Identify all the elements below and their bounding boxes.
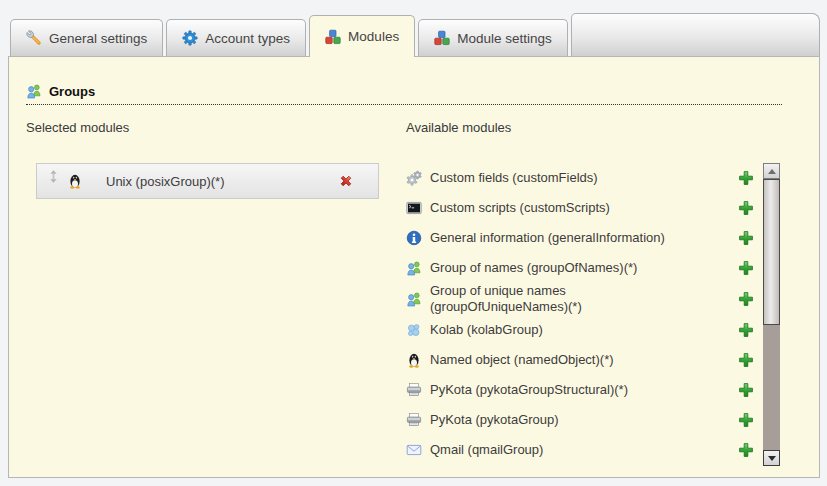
available-module-name: Qmail (qmailGroup) [430,442,543,458]
gear-icon [182,30,198,46]
triangle-down-icon [768,456,776,461]
printer-icon [406,382,422,398]
available-module-row: Custom fields (customFields) [406,163,755,193]
available-module-name: PyKota (pykotaGroupStructural)(*) [430,382,628,398]
available-modules-column: Available modules Custom fields (customF… [406,120,802,466]
tab-module-settings[interactable]: Module settings [418,19,568,56]
tab-bar: General settings Account types Modules M… [8,12,820,56]
available-module-name: PyKota (pykotaGroup) [430,412,559,428]
available-module-row: Qmail (qmailGroup) [406,435,755,465]
add-module-icon[interactable] [738,291,754,307]
available-module-row: Kolab (kolabGroup) [406,315,755,345]
add-module-icon[interactable] [738,260,754,276]
terminal-icon [406,200,422,216]
tab-account-types[interactable]: Account types [166,19,306,56]
add-module-icon[interactable] [738,382,754,398]
available-module-name: Group of names (groupOfNames)(*) [430,260,637,276]
groups-section-header: Groups [26,83,782,105]
section-title: Groups [49,84,95,99]
tux-icon [67,173,83,189]
available-modules-body: Custom fields (customFields) Custom scri… [406,163,802,466]
add-module-icon[interactable] [738,412,754,428]
add-module-icon[interactable] [738,442,754,458]
add-module-icon[interactable] [738,230,754,246]
selected-modules-column: Selected modules Unix (posixGroup)(*) [26,120,396,466]
printer-icon [406,412,422,428]
modules-icon [325,29,341,45]
scrollbar-track[interactable] [763,179,780,450]
kolab-icon [406,322,422,338]
available-module-name: Custom fields (customFields) [430,170,598,186]
wrench-icon [26,30,42,46]
tux-icon [406,352,422,368]
available-module-row: PyKota (pykotaGroup) [406,405,755,435]
selected-module-name: Unix (posixGroup)(*) [106,174,329,189]
available-module-name: Custom scripts (customScripts) [430,200,610,216]
add-module-icon[interactable] [738,170,754,186]
tab-label: Module settings [457,31,552,46]
modules-icon [434,30,450,46]
scrollbar-thumb[interactable] [763,179,780,325]
available-module-row: PyKota (pykotaGroupStructural)(*) [406,375,755,405]
available-modules-list: Custom fields (customFields) Custom scri… [406,163,755,466]
selected-modules-list: Unix (posixGroup)(*) [36,163,396,199]
available-module-name: Kolab (kolabGroup) [430,322,543,338]
envelope-icon [406,442,422,458]
drag-handle-icon[interactable] [49,169,58,184]
tab-label: General settings [49,31,147,46]
modules-tab-content: Groups Selected modules Unix (posixGroup… [8,56,820,478]
scrollbar-down-button[interactable] [763,450,780,466]
add-module-icon[interactable] [738,200,754,216]
tab-bar-filler [571,13,820,56]
groups-icon [406,291,422,307]
gears-icon [406,170,422,186]
groups-icon [406,260,422,276]
triangle-up-icon [768,169,776,174]
available-module-name: General information (generalInformation) [430,230,665,246]
scrollbar-up-button[interactable] [763,163,780,179]
lam-configuration-page: General settings Account types Modules M… [0,0,827,486]
available-module-row: Group of unique names (groupOfUniqueName… [406,283,755,315]
available-modules-scrollbar [763,163,780,466]
tab-general-settings[interactable]: General settings [10,19,163,56]
module-columns: Selected modules Unix (posixGroup)(*) Av… [9,120,819,466]
available-module-row: Custom scripts (customScripts) [406,193,755,223]
add-module-icon[interactable] [738,322,754,338]
available-module-row: General information (generalInformation) [406,223,755,253]
tab-modules[interactable]: Modules [309,15,415,57]
available-module-name: Group of unique names (groupOfUniqueName… [430,283,655,315]
delete-icon[interactable] [338,173,354,189]
config-panel: General settings Account types Modules M… [8,12,820,478]
available-modules-label: Available modules [406,120,802,135]
tab-label: Modules [348,29,399,44]
info-icon [406,230,422,246]
tab-label: Account types [205,31,290,46]
selected-modules-label: Selected modules [26,120,396,135]
add-module-icon[interactable] [738,352,754,368]
available-module-name: Named object (namedObject)(*) [430,352,614,368]
groups-icon [26,83,42,99]
available-module-row: Named object (namedObject)(*) [406,345,755,375]
selected-module-row: Unix (posixGroup)(*) [36,163,379,199]
available-module-row: Group of names (groupOfNames)(*) [406,253,755,283]
